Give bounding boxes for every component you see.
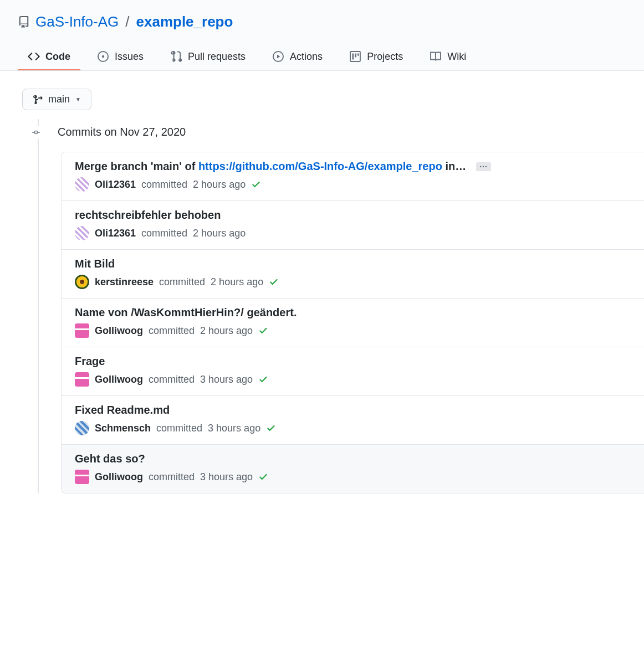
svg-point-1 [102, 55, 104, 58]
tab-code[interactable]: Code [18, 44, 80, 70]
commit-title-text[interactable]: Name von /WasKommtHierHin?/ geändert. [75, 306, 297, 319]
breadcrumb-separator: / [125, 13, 129, 30]
tab-label: Actions [290, 51, 323, 63]
tab-label: Pull requests [188, 51, 246, 63]
commit-author[interactable]: Oli12361 [95, 179, 136, 191]
commit-dot-icon [30, 126, 42, 138]
commit-item: Geht das so?Golliwoogcommitted3 hours ag… [62, 445, 644, 493]
avatar[interactable] [75, 177, 89, 192]
commit-author[interactable]: Oli12361 [95, 228, 136, 239]
repo-tabs: Code Issues Pull requests Actions Projec… [18, 44, 626, 70]
check-icon [258, 472, 268, 482]
commit-author[interactable]: Golliwoog [95, 325, 143, 337]
commit-verb: committed [149, 325, 195, 337]
commit-time: 2 hours ago [193, 179, 246, 191]
commit-item: Mit Bildkerstinreesecommitted2 hours ago [62, 250, 644, 299]
commit-time: 2 hours ago [200, 325, 253, 337]
projects-icon [349, 50, 361, 63]
commit-item: Name von /WasKommtHierHin?/ geändert.Gol… [62, 299, 644, 347]
wiki-icon [430, 50, 442, 63]
check-icon [269, 277, 279, 287]
actions-icon [272, 50, 284, 63]
svg-rect-6 [357, 54, 359, 56]
avatar[interactable] [75, 372, 89, 387]
branch-icon [33, 95, 43, 105]
branch-name: main [48, 94, 70, 105]
expand-message-button[interactable]: ··· [476, 162, 491, 171]
commits-date-label: Commits on Nov 27, 2020 [58, 126, 186, 138]
branch-select-button[interactable]: main ▼ [22, 89, 91, 110]
commit-author[interactable]: kerstinreese [95, 276, 154, 288]
pull-request-icon [170, 50, 182, 63]
timeline-line [38, 119, 39, 493]
commit-time: 3 hours ago [208, 423, 260, 434]
svg-point-7 [34, 131, 37, 133]
commit-time: 2 hours ago [193, 228, 246, 239]
commit-time: 3 hours ago [200, 374, 253, 385]
commit-item: rechtschreibfehler behobenOli12361commit… [62, 201, 644, 250]
commit-author[interactable]: Schmensch [95, 423, 151, 434]
commit-title-text[interactable]: Frage [75, 355, 105, 368]
tab-pull-requests[interactable]: Pull requests [160, 44, 255, 70]
commit-verb: committed [149, 471, 195, 483]
tab-label: Issues [115, 51, 144, 63]
commit-verb: committed [156, 423, 202, 434]
repo-breadcrumb: GaS-Info-AG / example_repo [18, 13, 626, 44]
code-icon [28, 50, 40, 63]
check-icon [258, 326, 268, 336]
svg-rect-5 [355, 54, 356, 58]
avatar[interactable] [75, 421, 89, 435]
commit-verb: committed [141, 179, 187, 191]
commit-title-text[interactable]: Geht das so? [75, 452, 145, 465]
commit-title-text[interactable]: Merge branch 'main' of https://github.co… [75, 160, 466, 173]
commit-verb: committed [141, 228, 187, 239]
tab-label: Wiki [447, 51, 466, 63]
repo-name-link[interactable]: example_repo [136, 13, 233, 30]
check-icon [266, 423, 276, 433]
commit-author[interactable]: Golliwoog [95, 471, 143, 483]
commit-verb: committed [159, 276, 205, 288]
caret-down-icon: ▼ [75, 96, 81, 102]
commit-item: FrageGolliwoogcommitted3 hours ago [62, 347, 644, 396]
avatar[interactable] [75, 470, 89, 484]
commit-time: 2 hours ago [211, 276, 263, 288]
avatar[interactable] [75, 323, 89, 338]
tab-projects[interactable]: Projects [339, 44, 413, 70]
tab-issues[interactable]: Issues [87, 44, 154, 70]
svg-rect-4 [352, 54, 354, 60]
check-icon [251, 179, 261, 189]
commit-title-link[interactable]: https://github.com/GaS-Info-AG/example_r… [198, 160, 442, 172]
check-icon [258, 374, 268, 384]
commit-title-text[interactable]: Mit Bild [75, 258, 115, 270]
repo-owner-link[interactable]: GaS-Info-AG [35, 13, 119, 30]
repo-icon [18, 16, 30, 28]
commit-title-text[interactable]: Fixed Readme.md [75, 404, 170, 416]
commit-author[interactable]: Golliwoog [95, 374, 143, 385]
tab-wiki[interactable]: Wiki [420, 44, 476, 70]
tab-label: Projects [367, 51, 403, 63]
tab-label: Code [45, 51, 70, 63]
commit-verb: committed [149, 374, 195, 385]
commit-time: 3 hours ago [200, 471, 253, 483]
commit-list: Merge branch 'main' of https://github.co… [61, 152, 644, 493]
avatar[interactable] [75, 226, 89, 240]
commit-item: Merge branch 'main' of https://github.co… [62, 152, 644, 201]
commit-item: Fixed Readme.mdSchmenschcommitted3 hours… [62, 396, 644, 445]
commit-title-text[interactable]: rechtschreibfehler behoben [75, 209, 221, 222]
avatar[interactable] [75, 275, 89, 289]
issues-icon [97, 50, 109, 63]
tab-actions[interactable]: Actions [262, 44, 333, 70]
